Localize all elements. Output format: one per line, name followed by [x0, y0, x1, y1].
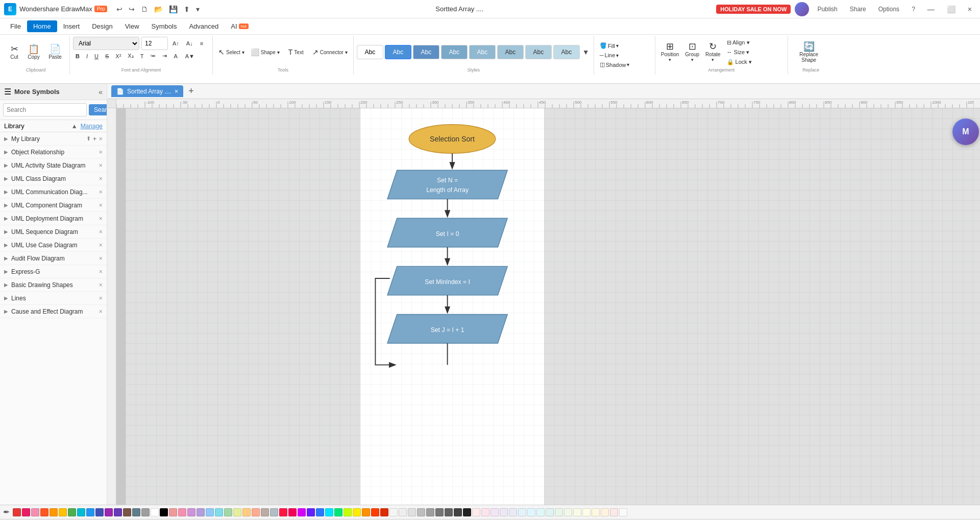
color-swatch-extra-23[interactable]: [601, 508, 609, 516]
menu-home[interactable]: Home: [27, 20, 57, 32]
uml-usecase-close[interactable]: ×: [99, 241, 103, 249]
color-swatch-extra-5[interactable]: [435, 508, 444, 516]
font-size-input[interactable]: [141, 37, 168, 50]
flowchart[interactable]: Selection Sort Set N = Length of Array S…: [371, 113, 534, 491]
library-item-cause-effect[interactable]: ▶ Cause and Effect Diagram ×: [0, 305, 107, 318]
uml-comm-close[interactable]: ×: [99, 188, 103, 196]
color-swatch-34[interactable]: [325, 508, 333, 516]
library-item-uml-comm[interactable]: ▶ UML Communication Diag... ×: [0, 185, 107, 199]
uml-component-close[interactable]: ×: [99, 201, 103, 209]
color-swatch-extra-7[interactable]: [454, 508, 462, 516]
color-swatch-extra-10[interactable]: [481, 508, 489, 516]
library-item-uml-usecase[interactable]: ▶ UML Use Case Diagram ×: [0, 239, 107, 252]
color-swatch-extra-19[interactable]: [564, 508, 572, 516]
color-swatch-11[interactable]: [114, 508, 122, 516]
color-swatch-4[interactable]: [50, 508, 58, 516]
replace-shape-button[interactable]: 🔄 Replace Shape: [791, 40, 827, 64]
color-swatch-20[interactable]: [197, 508, 205, 516]
library-item-express-g[interactable]: ▶ Express-G ×: [0, 265, 107, 278]
style-box-4[interactable]: Abc: [441, 45, 468, 59]
color-swatch-extra-0[interactable]: [389, 508, 398, 516]
color-swatch-extra-11[interactable]: [491, 508, 499, 516]
avatar[interactable]: [795, 2, 809, 16]
color-swatch-3[interactable]: [40, 508, 48, 516]
font-format-button[interactable]: T: [138, 52, 146, 60]
subscript-button[interactable]: X₂: [125, 52, 136, 60]
my-library-export[interactable]: ⬆: [86, 135, 91, 142]
express-g-close[interactable]: ×: [99, 268, 103, 275]
uml-activity-close[interactable]: ×: [99, 161, 103, 169]
tab-close-button[interactable]: ×: [175, 87, 179, 95]
color-swatch-33[interactable]: [316, 508, 324, 516]
ai-assistant-badge[interactable]: M: [952, 119, 979, 145]
color-swatch-12[interactable]: [123, 508, 131, 516]
menu-design[interactable]: Design: [86, 20, 118, 32]
help-button[interactable]: ?: [908, 4, 919, 15]
color-swatch-1[interactable]: [22, 508, 30, 516]
color-swatch-extra-12[interactable]: [500, 508, 508, 516]
style-box-7[interactable]: Abc: [525, 45, 552, 59]
menu-ai[interactable]: AI hot: [225, 20, 254, 32]
shape-button[interactable]: ⬜ Shape ▾: [248, 46, 282, 58]
panel-collapse-button[interactable]: «: [99, 88, 103, 96]
basic-drawing-close[interactable]: ×: [99, 281, 103, 289]
canvas-inner[interactable]: Selection Sort Set N = Length of Array S…: [126, 108, 980, 505]
color-swatch-extra-8[interactable]: [463, 508, 471, 516]
font-family-select[interactable]: Arial: [73, 37, 139, 50]
share-button[interactable]: Share: [846, 4, 870, 15]
color-swatch-25[interactable]: [242, 508, 251, 516]
underline-button[interactable]: U: [92, 52, 101, 60]
color-swatch-13[interactable]: [132, 508, 140, 516]
color-swatch-5[interactable]: [59, 508, 67, 516]
library-item-object-relationship[interactable]: ▶ Object Relationship ×: [0, 146, 107, 159]
color-swatch-32[interactable]: [307, 508, 315, 516]
my-library-add[interactable]: +: [93, 135, 97, 143]
color-swatch-extra-20[interactable]: [573, 508, 581, 516]
color-swatch-2[interactable]: [31, 508, 39, 516]
color-swatch-23[interactable]: [224, 508, 232, 516]
styles-more-button[interactable]: ▼: [581, 47, 591, 57]
rotate-button[interactable]: ↻ Rotate ▾: [703, 40, 723, 64]
bold-button[interactable]: B: [73, 52, 82, 60]
menu-symbols[interactable]: Symbols: [145, 20, 183, 32]
color-swatch-14[interactable]: [141, 508, 150, 516]
text-button[interactable]: T Text: [283, 46, 309, 58]
style-box-2[interactable]: Abc: [385, 45, 411, 59]
library-item-basic-drawing[interactable]: ▶ Basic Drawing Shapes ×: [0, 278, 107, 292]
save-button[interactable]: 💾: [166, 3, 181, 15]
color-swatch-6[interactable]: [68, 508, 76, 516]
color-swatch-29[interactable]: [279, 508, 287, 516]
canvas-scroll[interactable]: Selection Sort Set N = Length of Array S…: [107, 108, 980, 505]
uml-deployment-close[interactable]: ×: [99, 215, 103, 222]
color-swatch-extra-14[interactable]: [518, 508, 526, 516]
fill-button[interactable]: 🪣 Fill ▾: [597, 41, 632, 50]
library-item-uml-sequence[interactable]: ▶ UML Sequence Diagram ×: [0, 225, 107, 239]
export-button[interactable]: ⬆: [181, 3, 193, 15]
menu-advanced[interactable]: Advanced: [183, 20, 225, 32]
menu-view[interactable]: View: [119, 20, 145, 32]
menu-file[interactable]: File: [4, 20, 27, 32]
minimize-button[interactable]: —: [923, 3, 939, 15]
color-swatch-15[interactable]: [151, 508, 159, 516]
color-swatch-39[interactable]: [371, 508, 379, 516]
audit-flow-close[interactable]: ×: [99, 254, 103, 262]
style-box-6[interactable]: Abc: [497, 45, 524, 59]
font-decrease-button[interactable]: A↓: [184, 39, 195, 48]
style-box-5[interactable]: Abc: [469, 45, 496, 59]
menu-insert[interactable]: Insert: [57, 20, 86, 32]
color-swatch-9[interactable]: [95, 508, 104, 516]
color-swatch-0[interactable]: [13, 508, 21, 516]
color-swatch-extra-4[interactable]: [426, 508, 434, 516]
publish-button[interactable]: Publish: [813, 4, 841, 15]
uml-class-close[interactable]: ×: [99, 175, 103, 182]
align-button[interactable]: ⊟ Align ▾: [724, 38, 754, 47]
more-button[interactable]: ▾: [193, 3, 203, 15]
lock-button[interactable]: 🔒 Lock ▾: [724, 58, 754, 66]
indent-button[interactable]: ⇥: [160, 52, 169, 60]
color-swatch-extra-9[interactable]: [472, 508, 480, 516]
my-library-close[interactable]: ×: [99, 135, 103, 143]
color-swatch-7[interactable]: [77, 508, 85, 516]
color-swatch-8[interactable]: [86, 508, 94, 516]
library-item-uml-component[interactable]: ▶ UML Component Diagram ×: [0, 199, 107, 212]
color-swatch-19[interactable]: [187, 508, 195, 516]
